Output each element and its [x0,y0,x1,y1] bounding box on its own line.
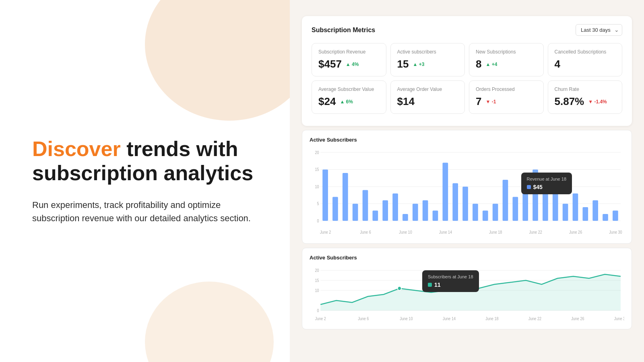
svg-rect-29 [512,197,518,221]
svg-rect-27 [493,204,498,221]
metric-value-row: 7▼ -1 [476,95,537,108]
metric-badge: ▼ -1.4% [588,99,607,105]
metric-badge: ▲ 4% [346,62,359,67]
svg-rect-13 [353,204,358,221]
svg-text:20: 20 [315,268,319,273]
metric-card: Average Order Value$14 [390,80,465,114]
svg-rect-24 [462,187,468,221]
svg-rect-12 [343,173,348,221]
svg-rect-34 [563,204,568,221]
left-panel: Discover trends with subscription analyt… [0,0,290,362]
svg-text:15: 15 [315,278,319,283]
svg-rect-11 [332,197,338,221]
svg-text:10: 10 [315,185,319,189]
metrics-header: Subscription Metrics Last 30 days Last 7… [312,24,622,36]
right-panel: Subscription Metrics Last 30 days Last 7… [290,0,644,362]
svg-text:June 22: June 22 [528,317,541,321]
svg-text:0: 0 [317,219,319,224]
metric-value-row: 8▲ +4 [476,58,537,70]
svg-text:June 2: June 2 [320,230,331,235]
metric-label: Active subscribers [397,49,458,55]
svg-rect-36 [582,207,588,221]
svg-text:15: 15 [315,167,319,172]
dashboard-card: Subscription Metrics Last 30 days Last 7… [302,16,632,126]
metric-label: Orders Processed [476,86,537,92]
svg-rect-20 [423,200,428,221]
metrics-row-2: Average Subscriber Value$24▲ 6%Average O… [312,80,622,114]
svg-rect-39 [613,211,618,221]
bar-chart-title: Active Subscribers [310,137,624,143]
metric-card: Subscription Revenue$457▲ 4% [312,43,386,76]
metric-card: Orders Processed7▼ -1 [469,80,544,114]
line-chart-container: 0101520June 2June 6June 10June 14June 18… [310,266,624,323]
svg-rect-16 [382,200,388,221]
hero-title: Discover trends with subscription analyt… [32,137,258,185]
line-chart-section: Active Subscribers 0101520June 2June 6Ju… [302,248,632,329]
svg-text:June 14: June 14 [443,317,456,321]
hero-highlight: Discover [32,137,121,160]
svg-text:June 2: June 2 [315,317,326,321]
svg-text:0: 0 [317,309,319,313]
svg-text:June 6: June 6 [358,317,369,321]
svg-rect-17 [392,193,398,221]
metric-card: Average Subscriber Value$24▲ 6% [312,80,386,114]
metric-badge: ▲ +4 [485,62,497,67]
svg-point-65 [398,286,401,290]
svg-rect-30 [522,190,528,221]
svg-text:June 30: June 30 [609,230,622,235]
metric-card: Cancelled Subscriptions4 [548,43,623,76]
metric-value-row: 15▲ +3 [397,58,458,70]
svg-rect-22 [443,163,448,221]
date-filter-wrapper[interactable]: Last 30 days Last 7 days Last 90 days La… [576,24,622,36]
metric-badge: ▲ 6% [340,99,353,105]
metric-label: Average Order Value [397,86,458,92]
svg-rect-35 [573,193,578,221]
svg-rect-38 [603,214,608,221]
svg-text:June 26: June 26 [571,317,584,321]
metric-value: 7 [476,95,481,108]
metric-card: Active subscribers15▲ +3 [390,43,465,76]
svg-text:June 14: June 14 [439,230,452,235]
svg-text:June 6: June 6 [360,230,371,235]
svg-text:5: 5 [317,202,319,206]
metric-label: New Subscriptions [476,49,537,55]
metric-badge: ▲ +3 [413,62,424,67]
metric-label: Cancelled Subscriptions [555,49,616,55]
metric-card: Churn Rate5.87%▼ -1.4% [548,80,623,114]
svg-rect-18 [402,214,408,221]
svg-text:June 22: June 22 [529,230,542,235]
metric-label: Average Subscriber Value [318,86,380,92]
svg-rect-33 [553,177,558,221]
svg-text:June 18: June 18 [489,230,502,235]
svg-text:June 18: June 18 [485,317,498,321]
bar-chart-section: Active Subscribers 05101520June 2June 6J… [302,130,632,244]
metrics-row-1: Subscription Revenue$457▲ 4%Active subsc… [312,43,622,76]
bg-blob-top [145,0,290,121]
metrics-title: Subscription Metrics [312,27,375,34]
svg-rect-15 [373,211,378,221]
hero-subtitle: Run experiments, track profitability and… [32,198,258,225]
svg-rect-32 [543,173,548,221]
metric-value: 4 [555,58,560,70]
svg-rect-26 [483,211,488,221]
metric-badge: ▼ -1 [485,99,496,105]
metric-value: $14 [397,95,415,108]
svg-rect-19 [413,204,418,221]
svg-rect-37 [592,200,598,221]
metric-value: 15 [397,58,409,70]
svg-text:10: 10 [315,288,319,293]
date-filter-select[interactable]: Last 30 days Last 7 days Last 90 days La… [576,24,622,36]
metric-value: 8 [476,58,481,70]
metric-value-row: $457▲ 4% [318,58,380,70]
line-chart-svg: 0101520June 2June 6June 10June 14June 18… [310,266,624,323]
bar-chart-svg: 05101520June 2June 6June 10June 14June 1… [310,148,624,237]
bg-blob-bottom [145,282,274,362]
bar-chart-container: 05101520June 2June 6June 10June 14June 1… [310,148,624,237]
svg-text:20: 20 [315,150,319,155]
metric-label: Subscription Revenue [318,49,380,55]
metric-value: 5.87% [555,95,584,108]
metric-value-row: $14 [397,95,458,108]
metric-value-row: 5.87%▼ -1.4% [555,95,616,108]
svg-text:June 10: June 10 [400,317,413,321]
svg-rect-25 [473,204,478,221]
